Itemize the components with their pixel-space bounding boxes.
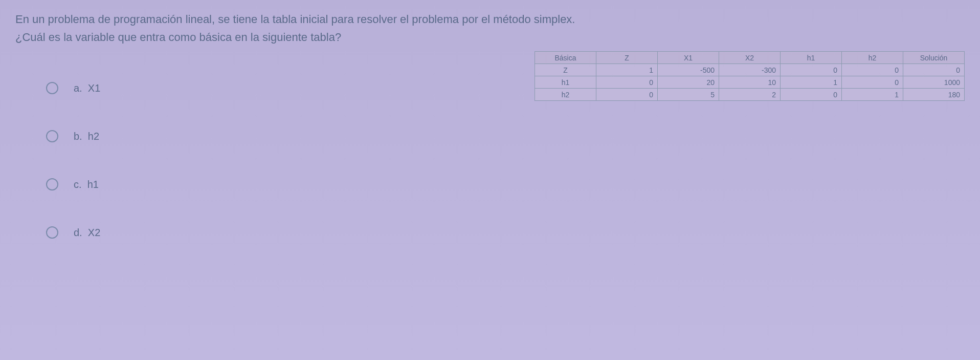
table-cell: 20 (658, 76, 719, 89)
option-d-label: d. X2 (74, 227, 100, 239)
table-cell: 1000 (903, 76, 965, 89)
question-line-1: En un problema de programación lineal, s… (15, 13, 575, 26)
table-cell: 180 (903, 89, 965, 101)
table-cell: 0 (781, 64, 842, 76)
option-b-label: b. h2 (74, 131, 99, 142)
radio-icon (46, 130, 58, 142)
radio-icon (46, 226, 58, 239)
table-header: X1 (658, 52, 719, 64)
table-cell: 0 (842, 76, 903, 89)
table-cell: h1 (535, 76, 596, 89)
question-line-2: ¿Cuál es la variable que entra como bási… (15, 31, 341, 44)
simplex-table: Básica Z X1 X2 h1 h2 Solución Z 1 -500 -… (534, 51, 965, 101)
table-cell: 1 (596, 64, 658, 76)
table-cell: 0 (842, 64, 903, 76)
table-header: X2 (719, 52, 781, 64)
option-a-label: a. X1 (74, 82, 100, 94)
table-cell: 5 (658, 89, 719, 101)
table-cell: 1 (781, 76, 842, 89)
table-cell: -500 (658, 64, 719, 76)
table-cell: 0 (903, 64, 965, 76)
table-header: h2 (842, 52, 903, 64)
table-cell: -300 (719, 64, 781, 76)
table-header: Solución (903, 52, 965, 64)
radio-icon (46, 178, 58, 190)
option-c-label: c. h1 (74, 179, 99, 190)
table-cell: 0 (596, 89, 658, 101)
table-row: h2 0 5 2 0 1 180 (535, 89, 965, 101)
table-header: h1 (781, 52, 842, 64)
table-header: Básica (535, 52, 596, 64)
option-c[interactable]: c. h1 (46, 178, 965, 190)
table-cell: 1 (842, 89, 903, 101)
table-row: Z 1 -500 -300 0 0 0 (535, 64, 965, 76)
option-d[interactable]: d. X2 (46, 226, 965, 239)
table-cell: h2 (535, 89, 596, 101)
table-cell: 2 (719, 89, 781, 101)
table-header-row: Básica Z X1 X2 h1 h2 Solución (535, 52, 965, 64)
option-b[interactable]: b. h2 (46, 130, 965, 142)
table-row: h1 0 20 10 1 0 1000 (535, 76, 965, 89)
table-cell: Z (535, 64, 596, 76)
table-cell: 10 (719, 76, 781, 89)
table-header: Z (596, 52, 658, 64)
table-cell: 0 (596, 76, 658, 89)
radio-icon (46, 82, 58, 94)
table-cell: 0 (781, 89, 842, 101)
question-prompt: En un problema de programación lineal, s… (15, 10, 965, 46)
